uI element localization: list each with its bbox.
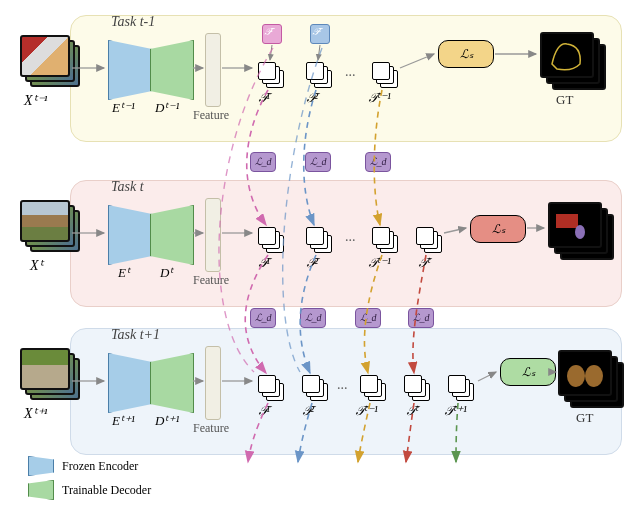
token-label-t-ttm1: 𝒯ᵗ⁻¹ bbox=[368, 255, 391, 271]
loss-s-t: ℒₛ bbox=[470, 215, 526, 243]
token-group-t-t2 bbox=[306, 227, 334, 255]
token-label-t-tt: 𝒯ᵗ bbox=[418, 255, 430, 271]
gt-label-tm1: GT bbox=[556, 92, 573, 108]
token-group-t-ttm1 bbox=[372, 227, 400, 255]
feature-label-tp1: Feature bbox=[193, 421, 229, 436]
token-group-tp1-tt bbox=[404, 375, 432, 403]
ld-2b: ℒ_d bbox=[300, 308, 326, 328]
token-group-tp1-t1 bbox=[258, 375, 286, 403]
legend-trainable-label: Trainable Decoder bbox=[62, 483, 151, 498]
svg-point-3 bbox=[585, 365, 603, 387]
ld-1a: ℒ_d bbox=[250, 152, 276, 172]
ld-1b: ℒ_d bbox=[305, 152, 331, 172]
ld-2d: ℒ_d bbox=[408, 308, 434, 328]
legend-encoder-icon bbox=[28, 456, 54, 476]
encoder-tm1 bbox=[108, 40, 152, 100]
token-group-tp1-ttm1 bbox=[360, 375, 388, 403]
decoder-label-tm1: Dᵗ⁻¹ bbox=[155, 100, 179, 116]
token-group-tp1-t2 bbox=[302, 375, 330, 403]
token-label-tm1-t1: 𝒯¹ bbox=[258, 90, 270, 106]
token-label-tp1-ttm1: 𝒯ᵗ⁻¹ bbox=[355, 403, 378, 419]
decoder-tp1 bbox=[150, 353, 194, 413]
token-group-tp1-ttp1 bbox=[448, 375, 476, 403]
token-label-tm1-t2: 𝒯² bbox=[306, 90, 318, 106]
input-symbol-t: Xᵗ bbox=[30, 257, 43, 274]
decoder-label-tp1: Dᵗ⁺¹ bbox=[155, 413, 179, 429]
dots-row3: ··· bbox=[337, 381, 348, 397]
token-group-tm1-t2 bbox=[306, 62, 334, 90]
input-images-tm1 bbox=[20, 35, 75, 90]
gt-label-tp1: GT bbox=[576, 410, 593, 426]
input-images-t bbox=[20, 200, 75, 255]
feature-block-tp1 bbox=[205, 346, 221, 420]
dots-row2: ··· bbox=[345, 233, 356, 249]
task-label-tm1: Task t-1 bbox=[111, 14, 155, 30]
top-token-t2-label: 𝒯² bbox=[312, 26, 321, 38]
loss-s-tp1: ℒₛ bbox=[500, 358, 556, 386]
encoder-label-t: Eᵗ bbox=[118, 265, 130, 281]
token-group-t-t1 bbox=[258, 227, 286, 255]
token-group-tm1-t1 bbox=[258, 62, 286, 90]
token-label-tp1-t2: 𝒯² bbox=[302, 403, 314, 419]
feature-label-tm1: Feature bbox=[193, 108, 229, 123]
encoder-label-tp1: Eᵗ⁺¹ bbox=[112, 413, 135, 429]
ld-2c: ℒ_d bbox=[355, 308, 381, 328]
top-token-t1-label: 𝒯¹ bbox=[264, 26, 273, 38]
task-label-t: Task t bbox=[111, 179, 144, 195]
decoder-t bbox=[150, 205, 194, 265]
legend-frozen-label: Frozen Encoder bbox=[62, 459, 138, 474]
svg-point-2 bbox=[567, 365, 585, 387]
token-label-t-t1: 𝒯¹ bbox=[258, 255, 270, 271]
decoder-label-t: Dᵗ bbox=[160, 265, 173, 281]
token-group-tm1-ttm1 bbox=[372, 62, 400, 90]
svg-point-1 bbox=[575, 225, 585, 239]
feature-block-tm1 bbox=[205, 33, 221, 107]
input-symbol-tm1: Xᵗ⁻¹ bbox=[24, 92, 48, 109]
svg-rect-0 bbox=[556, 214, 578, 228]
encoder-label-tm1: Eᵗ⁻¹ bbox=[112, 100, 135, 116]
encoder-tp1 bbox=[108, 353, 152, 413]
encoder-t bbox=[108, 205, 152, 265]
ld-2a: ℒ_d bbox=[250, 308, 276, 328]
token-group-t-tt bbox=[416, 227, 444, 255]
feature-block-t bbox=[205, 198, 221, 272]
loss-s-tm1: ℒₛ bbox=[438, 40, 494, 68]
input-symbol-tp1: Xᵗ⁺¹ bbox=[24, 405, 48, 422]
token-label-t-t2: 𝒯² bbox=[306, 255, 318, 271]
dots-row1: ··· bbox=[345, 68, 356, 84]
legend-decoder-icon bbox=[28, 480, 54, 500]
token-label-tm1-ttm1: 𝒯ᵗ⁻¹ bbox=[368, 90, 391, 106]
input-images-tp1 bbox=[20, 348, 75, 403]
legend: Frozen Encoder Trainable Decoder bbox=[28, 452, 151, 500]
token-label-tp1-t1: 𝒯¹ bbox=[258, 403, 270, 419]
task-label-tp1: Task t+1 bbox=[111, 327, 160, 343]
ld-1c: ℒ_d bbox=[365, 152, 391, 172]
token-label-tp1-tt: 𝒯ᵗ bbox=[406, 403, 418, 419]
token-label-tp1-ttp1: 𝒯ᵗ⁺¹ bbox=[444, 403, 467, 419]
feature-label-t: Feature bbox=[193, 273, 229, 288]
decoder-tm1 bbox=[150, 40, 194, 100]
